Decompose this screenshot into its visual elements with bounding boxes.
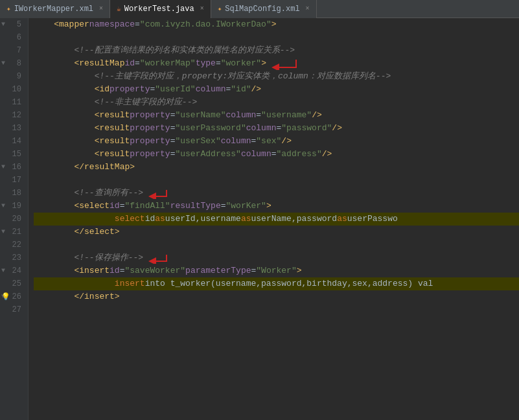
attr-name: column [241,148,271,161]
line-num-text: 17 [12,174,21,187]
attr-val: "worKer" [226,200,266,213]
tab-iworkermapper[interactable]: ✦ IWorkerMapper.xml × [0,0,110,18]
line-number-6: 6 [0,31,24,44]
red-arrow-icon [148,187,169,199]
line-number-21: ▼21 [0,226,24,239]
attr-name: property [130,135,170,148]
line-num-text: 14 [12,135,21,148]
code-line-17 [34,174,519,187]
line-num-text: 8 [17,57,21,70]
xml-tag-close: /> [281,135,292,148]
line-number-18: 18 [0,187,24,200]
red-arrow-icon [148,252,169,264]
code-line-23: <!--保存操作--> [34,251,519,264]
xml-tag-close: /> [332,122,342,135]
tab-label: SqlMapConfig.xml [225,5,299,14]
line-num-text: 16 [12,161,21,174]
kw-as3: as [337,213,347,226]
attr-name: property [130,148,170,161]
attr-val: "com.ivyzh.dao.IWorkerDao" [140,18,271,31]
line-num-text: 13 [12,122,21,135]
line-number-27: 27 [0,303,24,316]
comment-text: <!--主键字段的对应，property:对应实体类，column：对应数据库列… [95,70,391,83]
code-line-8: <resultMap id="workerMap" type="worker"> [34,57,519,70]
code-line-13: <result property="userPassword" column="… [34,122,519,135]
attr-name: property [130,109,170,122]
attr-val: "saveWorker" [124,264,185,277]
attr-name: id [110,264,120,277]
line-num-text: 27 [12,303,21,316]
xml-tag: <resultMap [74,57,124,70]
xml-tag-close: > [130,161,135,174]
xml-tag: </select [74,226,114,239]
line-number-8: ▼8 [0,57,24,70]
attr-name: id [124,57,135,70]
fold-icon[interactable]: ▼ [1,161,5,174]
kw-as2: as [241,213,251,226]
attr-name: column [225,109,256,122]
line-number-9: 9 [0,70,24,83]
tab-close-icon[interactable]: × [99,5,103,12]
xml-tag: <result [95,148,130,161]
attr-val: "userPassword" [175,122,246,135]
attr-name: namespace [89,18,135,31]
line-num-text: 9 [17,70,21,83]
attr-val: "userName" [175,109,225,122]
line-num-text: 10 [12,83,21,96]
code-line-26: </insert> [34,290,519,303]
line-number-24: ▼24 [0,264,24,277]
xml-tag-close: /> [312,109,322,122]
attr-name: parameterType [185,264,251,277]
line-number-25: 25 [0,277,24,290]
kw-select: select [115,213,145,226]
line-num-text: 11 [12,96,21,109]
fold-icon[interactable]: ▼ [1,18,5,31]
line-num-text: 22 [12,239,21,251]
xml-tag: <result [95,135,130,148]
xml-tag-close: > [261,57,266,70]
xml-tag: <select [74,200,110,213]
line-num-text: 19 [12,200,21,213]
code-line-27 [34,303,519,316]
lightbulb-icon[interactable]: 💡 [1,290,10,303]
fold-icon[interactable]: ▼ [1,57,5,70]
code-line-22 [34,239,519,251]
xml-tag: <insert [74,264,110,277]
comment-text: <!--非主键字段的对应--> [95,96,198,109]
code-line-15: <result property="userAddress" column="a… [34,148,519,161]
code-line-11: <!--非主键字段的对应--> [34,96,519,109]
attr-name: id [110,200,120,213]
tab-bar: ✦ IWorkerMapper.xml × ☕ WorkerTest.java … [0,0,519,18]
attr-val: "worker" [221,57,261,70]
line-num-text: 12 [12,109,21,122]
comment-text: <!--查询所有--> [74,187,143,200]
xml-tag-close: > [115,226,120,239]
line-number-14: 14 [0,135,24,148]
code-line-24: <insert id="saveWorker" parameterType="W… [34,264,519,277]
attr-name: column [196,83,226,96]
tab-close-icon[interactable]: × [200,5,204,12]
attr-name: property [110,83,150,96]
code-text4: userPasswo [347,213,398,226]
fold-icon[interactable]: ▼ [1,226,5,239]
line-number-5: ▼5 [0,18,24,31]
code-line-12: <result property="userName" column="user… [34,109,519,122]
code-content[interactable]: <mapper namespace="com.ivyzh.dao.IWorker… [29,18,519,420]
comment-text: <!--配置查询结果的列名和实体类的属性名的对应关系--> [74,44,295,57]
xml-tag-close: /> [322,148,332,161]
tab-label: WorkerTest.java [124,5,194,14]
attr-val: "userId" [155,83,195,96]
code-line-19: <select id="findAll" resultType="worKer"… [34,200,519,213]
fold-icon[interactable]: ▼ [1,264,5,277]
xml-tag-close: /> [251,83,262,96]
xml-tag: <mapper [54,18,89,31]
fold-icon[interactable]: ▼ [1,200,5,213]
tab-close-icon[interactable]: × [306,5,310,12]
tab-workertest[interactable]: ☕ WorkerTest.java × [110,0,211,18]
attr-val: "userSex" [175,135,220,148]
code-text5: into t_worker(username,password,birthday… [145,277,433,290]
code-line-5: <mapper namespace="com.ivyzh.dao.IWorker… [34,18,519,31]
line-number-16: ▼16 [0,161,24,174]
tab-sqlmapconfig[interactable]: ✦ SqlMapConfig.xml × [211,0,317,18]
attr-val: "userAddress" [175,148,240,161]
